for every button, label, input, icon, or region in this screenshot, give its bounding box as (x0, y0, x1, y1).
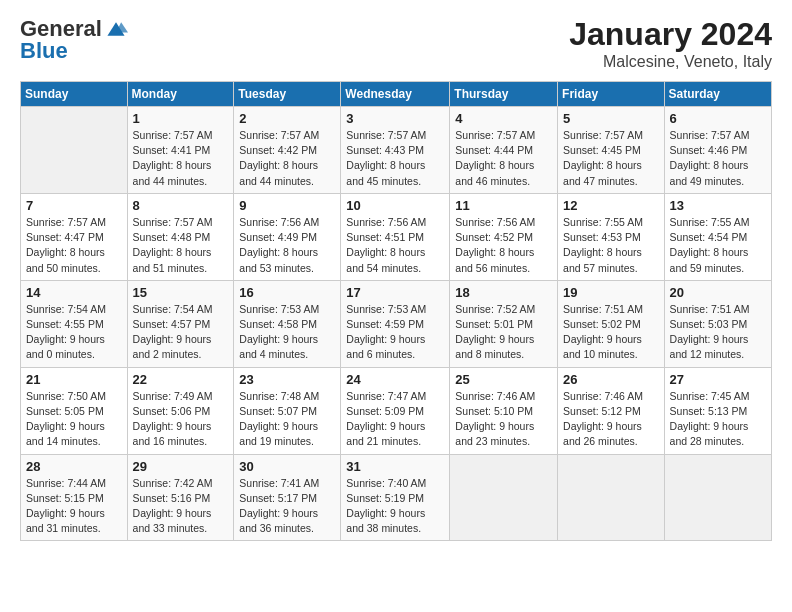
calendar-week-5: 28Sunrise: 7:44 AM Sunset: 5:15 PM Dayli… (21, 454, 772, 541)
day-number: 15 (133, 285, 229, 300)
calendar-cell: 19Sunrise: 7:51 AM Sunset: 5:02 PM Dayli… (558, 280, 665, 367)
day-info: Sunrise: 7:51 AM Sunset: 5:02 PM Dayligh… (563, 302, 659, 363)
day-number: 24 (346, 372, 444, 387)
calendar-cell: 26Sunrise: 7:46 AM Sunset: 5:12 PM Dayli… (558, 367, 665, 454)
day-info: Sunrise: 7:42 AM Sunset: 5:16 PM Dayligh… (133, 476, 229, 537)
calendar-week-4: 21Sunrise: 7:50 AM Sunset: 5:05 PM Dayli… (21, 367, 772, 454)
calendar-cell: 25Sunrise: 7:46 AM Sunset: 5:10 PM Dayli… (450, 367, 558, 454)
day-info: Sunrise: 7:53 AM Sunset: 4:59 PM Dayligh… (346, 302, 444, 363)
day-number: 12 (563, 198, 659, 213)
calendar-cell: 2Sunrise: 7:57 AM Sunset: 4:42 PM Daylig… (234, 107, 341, 194)
calendar-cell: 15Sunrise: 7:54 AM Sunset: 4:57 PM Dayli… (127, 280, 234, 367)
calendar-cell: 8Sunrise: 7:57 AM Sunset: 4:48 PM Daylig… (127, 193, 234, 280)
day-number: 21 (26, 372, 122, 387)
day-info: Sunrise: 7:57 AM Sunset: 4:43 PM Dayligh… (346, 128, 444, 189)
calendar-header-row: SundayMondayTuesdayWednesdayThursdayFrid… (21, 82, 772, 107)
day-info: Sunrise: 7:53 AM Sunset: 4:58 PM Dayligh… (239, 302, 335, 363)
day-info: Sunrise: 7:57 AM Sunset: 4:45 PM Dayligh… (563, 128, 659, 189)
day-info: Sunrise: 7:56 AM Sunset: 4:49 PM Dayligh… (239, 215, 335, 276)
day-number: 19 (563, 285, 659, 300)
day-number: 23 (239, 372, 335, 387)
calendar-cell: 23Sunrise: 7:48 AM Sunset: 5:07 PM Dayli… (234, 367, 341, 454)
day-info: Sunrise: 7:52 AM Sunset: 5:01 PM Dayligh… (455, 302, 552, 363)
day-info: Sunrise: 7:40 AM Sunset: 5:19 PM Dayligh… (346, 476, 444, 537)
day-number: 16 (239, 285, 335, 300)
day-number: 4 (455, 111, 552, 126)
day-info: Sunrise: 7:47 AM Sunset: 5:09 PM Dayligh… (346, 389, 444, 450)
calendar-table: SundayMondayTuesdayWednesdayThursdayFrid… (20, 81, 772, 541)
day-number: 18 (455, 285, 552, 300)
day-info: Sunrise: 7:57 AM Sunset: 4:46 PM Dayligh… (670, 128, 766, 189)
weekday-header-tuesday: Tuesday (234, 82, 341, 107)
day-info: Sunrise: 7:55 AM Sunset: 4:53 PM Dayligh… (563, 215, 659, 276)
day-info: Sunrise: 7:45 AM Sunset: 5:13 PM Dayligh… (670, 389, 766, 450)
day-number: 11 (455, 198, 552, 213)
day-info: Sunrise: 7:50 AM Sunset: 5:05 PM Dayligh… (26, 389, 122, 450)
day-info: Sunrise: 7:54 AM Sunset: 4:55 PM Dayligh… (26, 302, 122, 363)
month-title: January 2024 (569, 16, 772, 53)
day-number: 5 (563, 111, 659, 126)
day-number: 13 (670, 198, 766, 213)
day-info: Sunrise: 7:48 AM Sunset: 5:07 PM Dayligh… (239, 389, 335, 450)
calendar-cell: 7Sunrise: 7:57 AM Sunset: 4:47 PM Daylig… (21, 193, 128, 280)
calendar-cell: 18Sunrise: 7:52 AM Sunset: 5:01 PM Dayli… (450, 280, 558, 367)
calendar-cell: 16Sunrise: 7:53 AM Sunset: 4:58 PM Dayli… (234, 280, 341, 367)
calendar-cell: 20Sunrise: 7:51 AM Sunset: 5:03 PM Dayli… (664, 280, 771, 367)
calendar-cell (450, 454, 558, 541)
calendar-cell: 9Sunrise: 7:56 AM Sunset: 4:49 PM Daylig… (234, 193, 341, 280)
calendar-cell: 21Sunrise: 7:50 AM Sunset: 5:05 PM Dayli… (21, 367, 128, 454)
day-info: Sunrise: 7:57 AM Sunset: 4:41 PM Dayligh… (133, 128, 229, 189)
logo: General Blue (20, 16, 128, 64)
day-number: 27 (670, 372, 766, 387)
calendar-cell: 4Sunrise: 7:57 AM Sunset: 4:44 PM Daylig… (450, 107, 558, 194)
day-number: 7 (26, 198, 122, 213)
calendar-cell: 22Sunrise: 7:49 AM Sunset: 5:06 PM Dayli… (127, 367, 234, 454)
calendar-cell: 5Sunrise: 7:57 AM Sunset: 4:45 PM Daylig… (558, 107, 665, 194)
logo-blue: Blue (20, 38, 68, 64)
logo-icon (104, 20, 128, 38)
day-number: 29 (133, 459, 229, 474)
day-info: Sunrise: 7:41 AM Sunset: 5:17 PM Dayligh… (239, 476, 335, 537)
calendar-cell: 29Sunrise: 7:42 AM Sunset: 5:16 PM Dayli… (127, 454, 234, 541)
calendar-cell: 24Sunrise: 7:47 AM Sunset: 5:09 PM Dayli… (341, 367, 450, 454)
title-block: January 2024 Malcesine, Veneto, Italy (569, 16, 772, 71)
weekday-header-wednesday: Wednesday (341, 82, 450, 107)
calendar-cell: 28Sunrise: 7:44 AM Sunset: 5:15 PM Dayli… (21, 454, 128, 541)
day-info: Sunrise: 7:57 AM Sunset: 4:47 PM Dayligh… (26, 215, 122, 276)
day-number: 1 (133, 111, 229, 126)
day-info: Sunrise: 7:46 AM Sunset: 5:10 PM Dayligh… (455, 389, 552, 450)
calendar-cell: 1Sunrise: 7:57 AM Sunset: 4:41 PM Daylig… (127, 107, 234, 194)
day-number: 31 (346, 459, 444, 474)
calendar-cell (21, 107, 128, 194)
calendar-cell: 3Sunrise: 7:57 AM Sunset: 4:43 PM Daylig… (341, 107, 450, 194)
calendar-cell: 14Sunrise: 7:54 AM Sunset: 4:55 PM Dayli… (21, 280, 128, 367)
calendar-cell: 12Sunrise: 7:55 AM Sunset: 4:53 PM Dayli… (558, 193, 665, 280)
day-number: 9 (239, 198, 335, 213)
day-number: 20 (670, 285, 766, 300)
day-number: 22 (133, 372, 229, 387)
day-info: Sunrise: 7:51 AM Sunset: 5:03 PM Dayligh… (670, 302, 766, 363)
day-number: 8 (133, 198, 229, 213)
weekday-header-friday: Friday (558, 82, 665, 107)
day-info: Sunrise: 7:44 AM Sunset: 5:15 PM Dayligh… (26, 476, 122, 537)
location-title: Malcesine, Veneto, Italy (569, 53, 772, 71)
day-info: Sunrise: 7:57 AM Sunset: 4:48 PM Dayligh… (133, 215, 229, 276)
calendar-cell: 31Sunrise: 7:40 AM Sunset: 5:19 PM Dayli… (341, 454, 450, 541)
day-number: 17 (346, 285, 444, 300)
page: General Blue January 2024 Malcesine, Ven… (0, 0, 792, 612)
day-number: 25 (455, 372, 552, 387)
calendar-week-3: 14Sunrise: 7:54 AM Sunset: 4:55 PM Dayli… (21, 280, 772, 367)
weekday-header-monday: Monday (127, 82, 234, 107)
calendar-cell: 10Sunrise: 7:56 AM Sunset: 4:51 PM Dayli… (341, 193, 450, 280)
calendar-cell: 13Sunrise: 7:55 AM Sunset: 4:54 PM Dayli… (664, 193, 771, 280)
calendar-cell: 30Sunrise: 7:41 AM Sunset: 5:17 PM Dayli… (234, 454, 341, 541)
day-info: Sunrise: 7:56 AM Sunset: 4:51 PM Dayligh… (346, 215, 444, 276)
weekday-header-thursday: Thursday (450, 82, 558, 107)
day-number: 10 (346, 198, 444, 213)
header: General Blue January 2024 Malcesine, Ven… (20, 16, 772, 71)
day-info: Sunrise: 7:49 AM Sunset: 5:06 PM Dayligh… (133, 389, 229, 450)
day-info: Sunrise: 7:57 AM Sunset: 4:42 PM Dayligh… (239, 128, 335, 189)
day-number: 6 (670, 111, 766, 126)
day-number: 30 (239, 459, 335, 474)
calendar-cell: 6Sunrise: 7:57 AM Sunset: 4:46 PM Daylig… (664, 107, 771, 194)
